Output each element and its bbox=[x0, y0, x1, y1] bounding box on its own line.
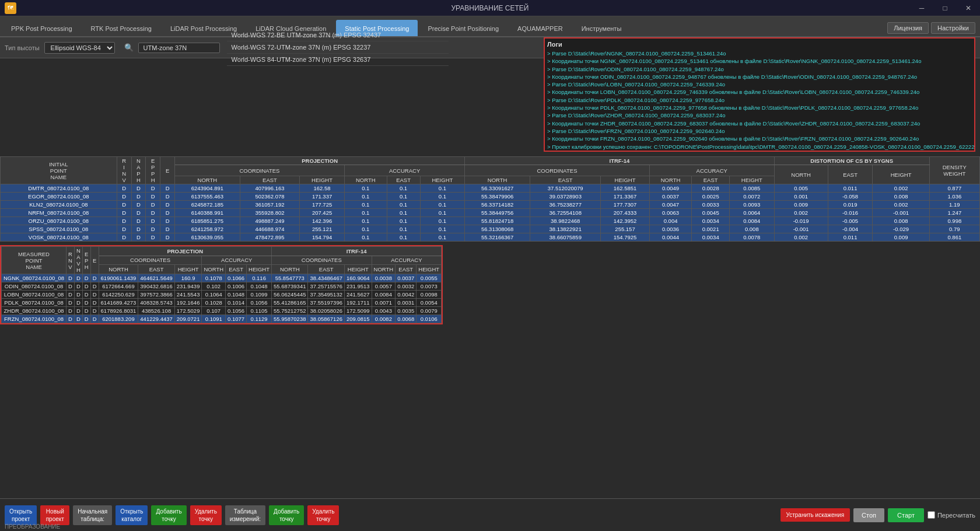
coord-item-1[interactable]: World-WGS 72-BE UTM-zone 37N (m) EPSG 32… bbox=[227, 29, 449, 41]
top-table-row[interactable]: VOSK_080724.0100_08 D D D D 6130639.055 … bbox=[1, 233, 980, 242]
recalc-label: Пересчитать bbox=[937, 512, 975, 519]
top-table-body: DMTR_080724.0100_08 D D D D 6243904.891 … bbox=[1, 184, 980, 242]
cell-mproj-east: 438526.108 bbox=[138, 307, 174, 315]
bottom-table-row[interactable]: LOBN_080724.0100_08 D D D D 6142250.629 … bbox=[2, 291, 442, 299]
cell-mproj-acc-e: 0.1048 bbox=[226, 291, 247, 299]
tab-aquamapper[interactable]: AQUAMAPPER bbox=[509, 20, 572, 36]
top-table-row[interactable]: NRFM_080724.0100_08 D D D D 6140388.991 … bbox=[1, 209, 980, 217]
home-table-button[interactable]: Начальная таблица: bbox=[73, 505, 112, 525]
cell-itrf-acc-e: 0.0033 bbox=[692, 201, 730, 209]
top-table-row[interactable]: ORZU_080724.0100_08 D D D D 6185851.275 … bbox=[1, 217, 980, 225]
cell-me: D bbox=[82, 307, 90, 315]
log-line-7: > Координаты точки PDLK_080724.0100_0807… bbox=[547, 104, 972, 111]
cell-r: D bbox=[117, 233, 131, 242]
cell-proj-acc-h: 0.1 bbox=[420, 193, 465, 201]
bottom-table-row[interactable]: PDLK_080724.0100_08 D D D D 6141689.4273… bbox=[2, 299, 442, 307]
height-type-select[interactable]: Ellipsoid WGS-84 bbox=[44, 42, 115, 54]
th-pacce: EAST bbox=[387, 176, 420, 184]
maximize-button[interactable]: □ bbox=[933, 0, 957, 16]
cell-mitrf-north: 55.75212752 bbox=[272, 307, 308, 315]
bottom-table-row[interactable]: NGNK_080724.0100_08 D D D D 6190061.1439… bbox=[2, 274, 442, 282]
cell-mproj-east: 390432.6816 bbox=[138, 282, 174, 291]
log-line-10: > Parse D:\Static\Rover\FRZN_080724.0100… bbox=[547, 127, 972, 135]
cell-e: D bbox=[146, 184, 160, 193]
cell-mproj-east: 408328.5743 bbox=[138, 299, 174, 307]
th-mpacch: HEIGHT bbox=[247, 265, 272, 274]
cell-e2: D bbox=[160, 193, 175, 201]
recalc-checkbox[interactable] bbox=[928, 511, 935, 519]
cell-mproj-north: 6141689.4273 bbox=[99, 299, 138, 307]
th-n: NAPH bbox=[131, 157, 146, 184]
cell-mr: D bbox=[66, 282, 75, 291]
cell-dist-h: -0.029 bbox=[873, 225, 929, 233]
cell-itrf-east: 39.03728903 bbox=[530, 193, 601, 201]
th-itrf-coord: COORDINATES bbox=[465, 165, 649, 176]
coord-item-3[interactable]: World-WGS 84-UTM-zone 37N (m) EPSG 32637 bbox=[227, 54, 449, 66]
cell-mproj-north: 6172664.669 bbox=[99, 282, 138, 291]
top-table-row[interactable]: EGOR_080724.0100_08 D D D D 6137555.463 … bbox=[1, 193, 980, 201]
cell-itrf-acc-h: 0.0093 bbox=[729, 201, 774, 209]
stop-button[interactable]: Стоп bbox=[853, 508, 884, 522]
cell-mitrf-acc-n: 0.0082 bbox=[372, 315, 396, 323]
add-point-button[interactable]: Добавить точку bbox=[151, 505, 186, 525]
cell-itrf-acc-n: 0.0037 bbox=[649, 193, 692, 201]
th-dist-n: NORTH bbox=[774, 165, 828, 184]
th-pacch: HEIGHT bbox=[420, 176, 465, 184]
open-project-button[interactable]: Открыть проект bbox=[5, 505, 37, 525]
cell-itrf-east: 38.13822921 bbox=[530, 225, 601, 233]
fix-distortion-button[interactable]: Устранить искажения bbox=[780, 508, 850, 522]
cell-name: NRFM_080724.0100_08 bbox=[1, 209, 117, 217]
th-iheight: HEIGHT bbox=[601, 176, 649, 184]
cell-itrf-height: 207.4333 bbox=[601, 209, 649, 217]
delete-point-button[interactable]: Удалить точку bbox=[190, 505, 222, 525]
th-r: RINV bbox=[117, 157, 131, 184]
th-pnorth: NORTH bbox=[175, 176, 240, 184]
cell-proj-height: 177.725 bbox=[300, 201, 345, 209]
cell-itrf-acc-n: 0.004 bbox=[649, 217, 692, 225]
close-button[interactable]: ✕ bbox=[957, 0, 980, 16]
cell-mr: D bbox=[66, 315, 75, 323]
bottom-table-row[interactable]: ZHDR_080724.0100_08 D D D D 6178926.8031… bbox=[2, 307, 442, 315]
cell-mproj-acc-e: 0.1056 bbox=[226, 307, 247, 315]
th-ieast: EAST bbox=[530, 176, 601, 184]
th-me: EPH bbox=[82, 247, 90, 274]
measure-table-button[interactable]: Таблица измерений: bbox=[225, 505, 265, 525]
open-catalog-button[interactable]: Открыть каталог bbox=[116, 505, 148, 525]
cell-mn: D bbox=[74, 274, 82, 282]
start-button[interactable]: Старт bbox=[888, 508, 924, 522]
add-point2-button[interactable]: Добавить точку bbox=[269, 505, 304, 525]
th-iacch: HEIGHT bbox=[729, 176, 774, 184]
coord-item-2[interactable]: World-WGS 72-UTM-zone 37N (m) EPSG 32237 bbox=[227, 41, 449, 54]
settings-button[interactable]: Настройки bbox=[931, 22, 975, 34]
cell-mitrf-acc-h: 0.0106 bbox=[416, 315, 442, 323]
th-mpheight: HEIGHT bbox=[174, 265, 202, 274]
license-button[interactable]: Лицензия bbox=[887, 22, 929, 34]
top-table-row[interactable]: KLN2_080724.0100_08 D D D D 6245872.185 … bbox=[1, 201, 980, 209]
log-line-6: > Parse D:\Static\Rover\PDLK_080724.0100… bbox=[547, 96, 972, 104]
cell-n: D bbox=[131, 184, 146, 193]
tab-tools[interactable]: Инструменты bbox=[573, 20, 631, 36]
cell-proj-east: 407996.163 bbox=[240, 184, 299, 193]
cell-itrf-height: 255.157 bbox=[601, 225, 649, 233]
cell-e2: D bbox=[160, 225, 175, 233]
th-mr: RNV bbox=[66, 247, 75, 274]
cell-itrf-north: 55.81824718 bbox=[465, 217, 530, 225]
top-table-row[interactable]: DMTR_080724.0100_08 D D D D 6243904.891 … bbox=[1, 184, 980, 193]
tab-ppk[interactable]: PPK Post Processing bbox=[2, 20, 81, 36]
bottom-table-row[interactable]: FRZN_080724.0100_08 D D D D 6201883.209 … bbox=[2, 315, 442, 323]
coord-system-input[interactable] bbox=[138, 43, 220, 53]
cell-e: D bbox=[146, 233, 160, 242]
delete-point2-button[interactable]: Удалить точку bbox=[307, 505, 339, 525]
cell-proj-acc-n: 0.1 bbox=[344, 233, 387, 242]
cell-mitrf-acc-e: 0.0037 bbox=[396, 274, 416, 282]
new-project-button[interactable]: Новый проект bbox=[40, 505, 69, 525]
cell-e2: D bbox=[160, 217, 175, 225]
top-table-row[interactable]: SPSS_080724.0100_08 D D D D 6241258.972 … bbox=[1, 225, 980, 233]
minimize-button[interactable]: ─ bbox=[910, 0, 933, 16]
th-e: EPPH bbox=[146, 157, 160, 184]
bottom-table-row[interactable]: ODIN_080724.0100_08 D D D D 6172664.669 … bbox=[2, 282, 442, 291]
cell-dist-n: 0.005 bbox=[774, 184, 828, 193]
tab-rtk[interactable]: RTK Post Processing bbox=[82, 20, 160, 36]
cell-itrf-east: 36.72554108 bbox=[530, 209, 601, 217]
th-dist-e: EAST bbox=[828, 165, 873, 184]
